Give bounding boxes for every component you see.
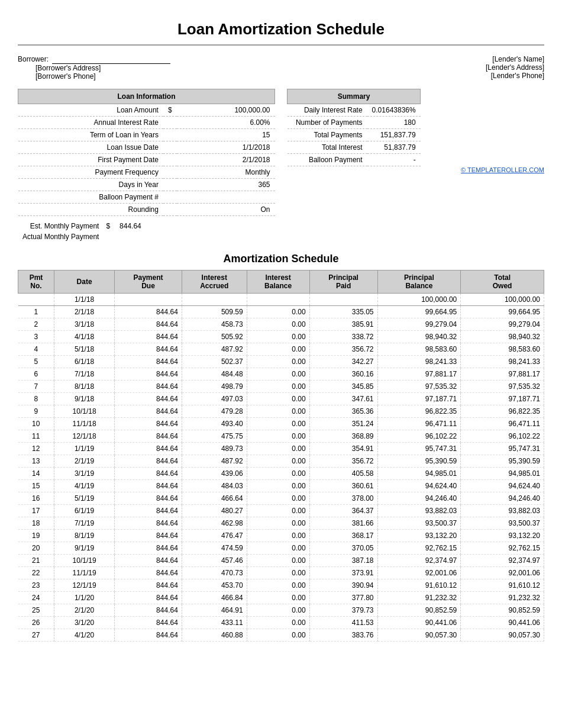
cell-interest_balance: 0.00 (247, 430, 309, 443)
summary-value: - (367, 154, 421, 166)
cell-interest_accrued: 497.03 (182, 393, 247, 405)
cell-interest_balance: 0.00 (247, 468, 309, 480)
cell-total_owed: 98,241.33 (461, 356, 544, 368)
cell-total_owed: 93,882.03 (461, 505, 544, 517)
cell-pmt: 8 (18, 393, 54, 405)
cell-principal_balance: 94,246.40 (377, 492, 461, 505)
loan-info-prefix (163, 117, 177, 129)
cell-principal_balance: 97,535.32 (377, 381, 461, 393)
lender-name: [Lender's Name] (486, 55, 544, 63)
summary-table: Summary Daily Interest Rate0.01643836%Nu… (287, 89, 421, 166)
cell-principal_balance: 97,881.17 (377, 368, 461, 381)
cell-pmt: 7 (18, 381, 54, 393)
summary-row: Balloon Payment- (288, 154, 421, 166)
cell-date: 6/1/19 (54, 505, 114, 517)
cell-principal_balance: 91,610.12 (377, 579, 461, 592)
cell-pmt: 10 (18, 418, 54, 430)
table-row: 176/1/19844.64480.270.00364.3793,882.039… (18, 505, 544, 517)
cell-interest_balance: 0.00 (247, 629, 309, 642)
cell-date: 1/1/18 (54, 294, 114, 306)
cell-principal_balance: 91,232.32 (377, 592, 461, 604)
cell-total_owed: 95,390.59 (461, 455, 544, 468)
cell-interest_accrued: 433.11 (182, 617, 247, 629)
cell-pmt (18, 294, 54, 306)
cell-principal_balance: 98,241.33 (377, 356, 461, 368)
loan-info-label: Loan Issue Date (18, 141, 163, 154)
cell-pmt: 16 (18, 492, 54, 505)
cell-principal_balance: 95,390.59 (377, 455, 461, 468)
cell-interest_accrued: 464.91 (182, 604, 247, 617)
cell-principal_balance: 94,624.40 (377, 480, 461, 492)
cell-principal_paid: 342.27 (309, 356, 377, 368)
cell-total_owed: 93,132.20 (461, 530, 544, 542)
table-row: 252/1/20844.64464.910.00379.7390,852.599… (18, 604, 544, 617)
cell-pmt: 24 (18, 592, 54, 604)
cell-payment_due: 844.64 (115, 331, 182, 343)
col-total-owed: TotalOwed (461, 270, 544, 294)
cell-interest_accrued: 470.73 (182, 567, 247, 579)
cell-principal_balance: 92,374.97 (377, 555, 461, 567)
table-row: 910/1/18844.64479.280.00365.3696,822.359… (18, 405, 544, 418)
cell-principal_paid: 356.72 (309, 343, 377, 356)
cell-principal_balance: 93,132.20 (377, 530, 461, 542)
cell-interest_accrued: 458.73 (182, 318, 247, 331)
loan-info-value (177, 191, 275, 204)
cell-date: 10/1/18 (54, 405, 114, 418)
cell-date: 5/1/19 (54, 492, 114, 505)
summary-label: Total Payments (288, 129, 367, 141)
summary-section: Summary Daily Interest Rate0.01643836%Nu… (287, 89, 544, 244)
page-title: Loan Amortization Schedule (18, 12, 544, 46)
table-row: 2312/1/19844.64453.700.00390.9491,610.12… (18, 579, 544, 592)
loan-info-row: Annual Interest Rate6.00% (18, 117, 275, 129)
cell-pmt: 21 (18, 555, 54, 567)
table-row: 1011/1/18844.64493.400.00351.2496,471.11… (18, 418, 544, 430)
cell-interest_balance: 0.00 (247, 331, 309, 343)
table-row: 45/1/18844.64487.920.00356.7298,583.6098… (18, 343, 544, 356)
cell-principal_balance: 93,500.37 (377, 517, 461, 530)
col-date: Date (54, 270, 114, 294)
col-payment-due: PaymentDue (115, 270, 182, 294)
loan-info-value: On (177, 204, 275, 216)
loan-info-row: First Payment Date2/1/2018 (18, 154, 275, 166)
cell-pmt: 14 (18, 468, 54, 480)
cell-principal_paid (309, 294, 377, 306)
loan-info-row: Term of Loan in Years15 (18, 129, 275, 141)
cell-total_owed: 92,374.97 (461, 555, 544, 567)
loan-info-row: Days in Year365 (18, 179, 275, 191)
loan-info-prefix (163, 154, 177, 166)
cell-principal_paid: 405.58 (309, 468, 377, 480)
cell-total_owed: 100,000.00 (461, 294, 544, 306)
cell-principal_paid: 387.18 (309, 555, 377, 567)
cell-date: 1/1/20 (54, 592, 114, 604)
table-row: 34/1/18844.64505.920.00338.7298,940.3298… (18, 331, 544, 343)
table-row: 2211/1/19844.64470.730.00373.9192,001.06… (18, 567, 544, 579)
cell-principal_balance: 96,471.11 (377, 418, 461, 430)
cell-date: 4/1/18 (54, 331, 114, 343)
loan-info-label: Days in Year (18, 179, 163, 191)
cell-interest_balance: 0.00 (247, 343, 309, 356)
lender-address: [Lender's Address] (486, 63, 544, 72)
cell-interest_balance: 0.00 (247, 480, 309, 492)
loan-info-label: Annual Interest Rate (18, 117, 163, 129)
cell-principal_paid: 365.36 (309, 405, 377, 418)
summary-row: Total Interest51,837.79 (288, 141, 421, 154)
cell-interest_balance: 0.00 (247, 405, 309, 418)
cell-pmt: 12 (18, 443, 54, 455)
cell-interest_accrued: 466.64 (182, 492, 247, 505)
cell-principal_paid: 385.91 (309, 318, 377, 331)
cell-principal_paid: 356.72 (309, 455, 377, 468)
cell-pmt: 18 (18, 517, 54, 530)
cell-date: 7/1/19 (54, 517, 114, 530)
cell-principal_paid: 354.91 (309, 443, 377, 455)
loan-info-row: Loan Amount$100,000.00 (18, 104, 275, 117)
cell-pmt: 17 (18, 505, 54, 517)
cell-payment_due: 844.64 (115, 381, 182, 393)
cell-interest_balance: 0.00 (247, 542, 309, 555)
cell-principal_paid: 370.05 (309, 542, 377, 555)
cell-interest_accrued: 466.84 (182, 592, 247, 604)
cell-principal_balance: 94,985.01 (377, 468, 461, 480)
cell-date: 4/1/19 (54, 480, 114, 492)
summary-label: Daily Interest Rate (288, 104, 367, 117)
cell-interest_balance: 0.00 (247, 517, 309, 530)
templateroller-link[interactable]: © TEMPLATEROLLER.COM (461, 166, 544, 173)
